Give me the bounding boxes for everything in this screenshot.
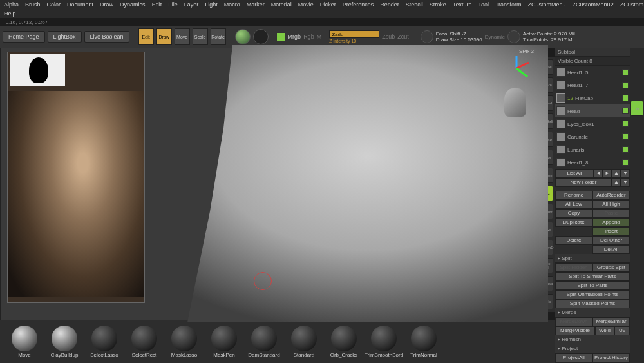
visibility-icon[interactable]	[622, 108, 629, 114]
menu-zcustommenu2[interactable]: ZCustomMenu2	[573, 1, 614, 8]
subtool-header[interactable]: Subtool	[555, 48, 630, 57]
canvas[interactable]: SPix 3	[0, 48, 538, 320]
weld-button[interactable]: Weld	[595, 326, 614, 335]
subtool-item[interactable]: Head1_5	[555, 66, 630, 79]
rgb-label[interactable]: Rgb	[303, 34, 314, 40]
menu-alpha[interactable]: Alpha	[4, 1, 19, 8]
subtool-item[interactable]: Caruncle	[555, 130, 630, 143]
allhigh-button[interactable]: All High	[592, 200, 630, 209]
menu-zcustommenu[interactable]: ZCustomMenu	[528, 1, 566, 8]
mergevisible-button[interactable]: MergeVisible	[555, 326, 595, 335]
brush-selectrect[interactable]: SelectRect	[126, 326, 162, 358]
subtool-item[interactable]: Eyes_look1	[555, 117, 630, 130]
menu-brush[interactable]: Brush	[25, 1, 41, 8]
splitparts-button[interactable]: Split To Parts	[555, 281, 630, 290]
menu-document[interactable]: Document	[67, 1, 93, 8]
menu-zcustommenu3[interactable]: ZCustomMenu3	[620, 1, 644, 8]
list-all-button[interactable]: List All	[555, 169, 594, 178]
zintensity-slider[interactable]: Z Intensity 10	[329, 39, 379, 43]
menu-movie[interactable]: Movie	[298, 1, 314, 8]
alllow-button[interactable]: All Low	[555, 200, 592, 209]
zsub-label[interactable]: Zsub	[382, 34, 395, 40]
edit-mode-button[interactable]: Edit	[138, 28, 154, 45]
dynamic-icon[interactable]	[507, 30, 520, 43]
brush-maskpen[interactable]: MaskPen	[206, 326, 242, 358]
arrow-left-icon[interactable]: ◄	[594, 169, 603, 178]
delall-button[interactable]: Del All	[592, 245, 630, 254]
brush-standard[interactable]: Standard	[286, 326, 322, 358]
visible-count[interactable]: Visible Count 8	[555, 57, 630, 66]
visibility-icon[interactable]	[622, 121, 629, 127]
help-menu[interactable]: Help	[0, 9, 644, 18]
stroke-icon[interactable]	[421, 30, 433, 43]
rename-button[interactable]: Rename	[555, 191, 592, 200]
delother-button[interactable]: Del Other	[592, 236, 630, 245]
delete-button[interactable]: Delete	[555, 236, 592, 245]
menu-dynamics[interactable]: Dynamics	[120, 1, 146, 8]
reference-image[interactable]	[7, 52, 145, 303]
gear-icon[interactable]: ⚙	[630, 101, 643, 116]
home-button[interactable]: Home Page	[3, 31, 45, 43]
mergedown-button[interactable]: MergeDown	[555, 317, 592, 326]
zcut-label[interactable]: Zcut	[397, 34, 409, 40]
menu-macro[interactable]: Macro	[224, 1, 240, 8]
menu-layer[interactable]: Layer	[184, 1, 199, 8]
autoreorder-button[interactable]: AutoReorder	[592, 191, 630, 200]
menu-tool[interactable]: Tool	[478, 1, 489, 8]
visibility-icon[interactable]	[622, 146, 629, 153]
menu-picker[interactable]: Picker	[320, 1, 336, 8]
brush-selectlasso[interactable]: SelectLasso	[86, 326, 122, 358]
copy-button[interactable]: Copy	[555, 209, 592, 218]
menu-render[interactable]: Render	[380, 1, 399, 8]
splithidden-button[interactable]: Split Hidden	[555, 263, 592, 272]
brush-move[interactable]: Move	[6, 326, 43, 358]
arrow-up-icon[interactable]: ▲	[612, 169, 621, 178]
material-swatch[interactable]	[235, 29, 251, 44]
up-icon[interactable]: ▲	[612, 178, 621, 187]
menu-edit[interactable]: Edit	[152, 1, 162, 8]
paste-button[interactable]: Paste	[592, 209, 630, 218]
arrow-right-icon[interactable]: ►	[603, 169, 612, 178]
nav-gizmo[interactable]	[502, 54, 531, 83]
projectall-button[interactable]: ProjectAll	[555, 353, 592, 362]
brush-trimnormal[interactable]: TrimNormal	[406, 326, 442, 358]
subtool-item[interactable]: Head1_8	[555, 156, 630, 169]
draw-size-slider[interactable]: Draw Size 10.53596	[436, 37, 482, 43]
menu-light[interactable]: Light	[205, 1, 218, 8]
brush-claybuildup[interactable]: ClayBuildup	[46, 326, 82, 358]
a-toggle[interactable]	[276, 32, 285, 41]
visibility-icon[interactable]	[622, 82, 629, 88]
insert-button[interactable]: Insert	[592, 227, 630, 236]
dynamic-label[interactable]: Dynamic	[485, 34, 505, 40]
brush-damstandard[interactable]: DamStandard	[246, 326, 282, 358]
subtool-item[interactable]: Head1_7	[555, 79, 630, 92]
menu-texture[interactable]: Texture	[453, 1, 472, 8]
menu-file[interactable]: File	[168, 1, 178, 8]
groupssplit-button[interactable]: Groups Split	[592, 263, 630, 272]
splitunmasked-button[interactable]: Split Unmasked Points	[555, 290, 630, 299]
splitmasked-button[interactable]: Split Masked Points	[555, 299, 630, 308]
subtool-item[interactable]: 12FlatCap	[555, 92, 630, 104]
subtool-item[interactable]: Lunaris	[555, 143, 630, 156]
visibility-icon[interactable]	[622, 133, 629, 140]
visibility-icon[interactable]	[622, 95, 629, 101]
visibility-icon[interactable]	[622, 69, 629, 75]
arrow-down-icon[interactable]: ▼	[621, 169, 630, 178]
nav-head[interactable]	[504, 88, 526, 117]
brush-masklasso[interactable]: MaskLasso	[166, 326, 202, 358]
menu-preferences[interactable]: Preferences	[343, 1, 374, 8]
subtool-item[interactable]: Head	[555, 104, 630, 117]
duplicate-button[interactable]: Duplicate	[555, 218, 592, 227]
menu-stroke[interactable]: Stroke	[430, 1, 446, 8]
menu-color[interactable]: Color	[47, 1, 61, 8]
merge-header[interactable]: ▸ Merge	[555, 308, 630, 317]
down-icon[interactable]: ▼	[621, 178, 630, 187]
new-folder-button[interactable]: New Folder	[555, 178, 612, 187]
draw-mode-button[interactable]: Draw	[156, 28, 172, 45]
menu-transform[interactable]: Transform	[495, 1, 522, 8]
project-header[interactable]: ▸ Project	[555, 344, 630, 353]
move-mode-button[interactable]: Move	[175, 28, 190, 45]
main-menu[interactable]: AlphaBrushColorDocumentDrawDynamicsEditF…	[0, 0, 644, 9]
zadd-button[interactable]: Zadd	[329, 30, 379, 38]
spix-label[interactable]: SPix 3	[519, 48, 534, 54]
